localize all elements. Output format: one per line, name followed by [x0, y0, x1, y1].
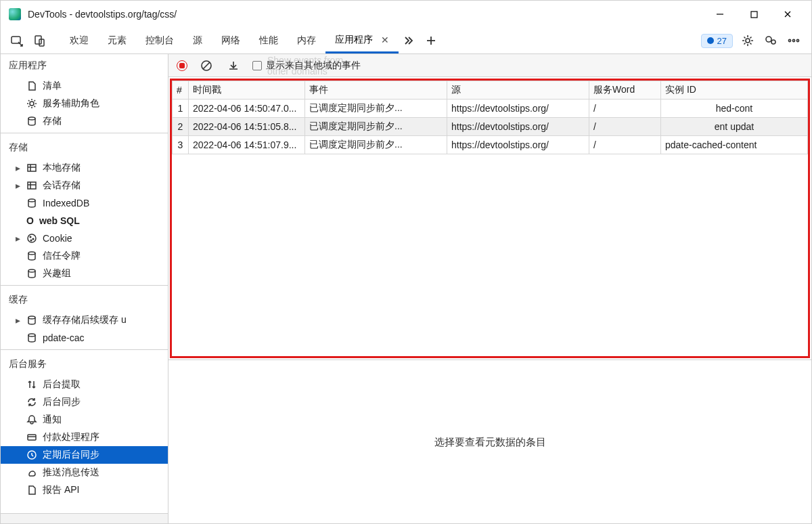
svg-point-30 [28, 316, 35, 319]
detail-placeholder: 选择要查看元数据的条目 [168, 359, 811, 524]
tab-application[interactable]: 应用程序 ✕ [325, 28, 399, 53]
caret-icon: ▸ [14, 180, 21, 191]
tab-network[interactable]: 网络 [212, 28, 250, 53]
svg-point-23 [28, 199, 35, 202]
sidebar-item-payment-handler[interactable]: 付款处理程序 [1, 429, 168, 446]
device-toggle-icon[interactable] [30, 31, 49, 50]
table-row[interactable]: 2 2022-04-06 14:51:05.8... 已调度定期同步前夕... … [173, 118, 808, 136]
sidebar-item-websql[interactable]: O web SQL [1, 212, 168, 230]
caret-icon: ▸ [14, 315, 21, 326]
tab-memory[interactable]: 内存 [288, 28, 325, 53]
sidebar-item-local-storage[interactable]: ▸ 本地存储 [1, 159, 168, 177]
svg-point-10 [766, 37, 771, 42]
sidebar-item-manifest[interactable]: 清单 [1, 77, 168, 95]
sidebar-item-interest-groups[interactable]: 兴趣组 [1, 265, 168, 282]
svg-rect-20 [28, 182, 36, 189]
sidebar-item-reporting-api[interactable]: 报告 API [1, 481, 168, 499]
settings-icon[interactable] [740, 32, 756, 49]
svg-point-28 [28, 252, 35, 255]
caret-icon: ▸ [14, 233, 21, 244]
maximize-button[interactable] [738, 3, 769, 26]
add-tab-icon[interactable] [422, 31, 441, 50]
svg-line-36 [203, 62, 210, 69]
sidebar-item-indexeddb[interactable]: IndexedDB [1, 194, 168, 212]
tab-label: 欢迎 [70, 35, 89, 47]
svg-point-16 [28, 117, 35, 120]
col-service-worker[interactable]: 服务Word [589, 81, 661, 100]
tab-label: 性能 [259, 35, 278, 47]
events-table: # 时间戳 事件 源 服务Word 实例 ID 1 2022-04-06 14:… [170, 79, 810, 358]
main-area: 应用程序 清单 服务辅助角色 存储 存储 ▸ 本地存储 ▸ 会话存储 Index… [1, 53, 811, 524]
svg-point-31 [28, 334, 35, 336]
minimize-button[interactable] [704, 3, 736, 26]
sidebar-item-label: 定期后台同步 [43, 449, 99, 461]
other-domains-checkbox[interactable]: 显示来自其他域的事件 Show events from other domain… [252, 60, 361, 72]
svg-point-29 [28, 269, 35, 272]
sidebar-item-storage-overview[interactable]: 存储 [1, 112, 168, 130]
col-source[interactable]: 源 [447, 81, 589, 100]
tab-welcome[interactable]: 欢迎 [60, 28, 98, 53]
tab-label: 内存 [297, 35, 316, 47]
sidebar-item-label: 后台同步 [43, 396, 81, 408]
sidebar-item-cookies[interactable]: ▸ Cookie [1, 230, 168, 247]
close-window-button[interactable] [772, 3, 803, 26]
sidebar-item-label: web SQL [39, 215, 80, 226]
sidebar-item-trust-tokens[interactable]: 信任令牌 [1, 247, 168, 265]
col-index[interactable]: # [173, 81, 189, 100]
section-bg-services: 后台服务 [1, 353, 168, 376]
sidebar-item-label: 推送消息传送 [43, 466, 99, 479]
checkbox-icon [252, 61, 262, 70]
svg-point-11 [771, 40, 775, 44]
clear-icon[interactable] [198, 58, 215, 74]
sidebar-scrollbar[interactable] [1, 513, 168, 524]
col-timestamp[interactable]: 时间戳 [189, 81, 305, 100]
tabstrip: 欢迎 元素 控制台 源 网络 性能 内存 应用程序 ✕ 27 [1, 28, 811, 53]
download-icon[interactable] [225, 58, 242, 74]
section-application: 应用程序 [1, 54, 168, 77]
sidebar-item-label: 缓存存储后续缓存 u [43, 314, 127, 326]
sidebar-item-label: 报告 API [43, 484, 79, 496]
svg-rect-17 [28, 165, 36, 171]
sidebar-item-label: 清单 [43, 80, 62, 92]
sidebar-item-bg-fetch[interactable]: 后台提取 [1, 376, 168, 393]
feedback-icon[interactable] [763, 32, 779, 49]
caret-icon: ▸ [14, 162, 21, 173]
sidebar-item-periodic-bg-sync[interactable]: 定期后台同步 [1, 446, 168, 464]
sidebar-item-label: 存储 [43, 115, 62, 127]
sidebar-item-push-messaging[interactable]: 推送消息传送 [1, 464, 168, 481]
sidebar-item-label: 信任令牌 [43, 250, 81, 262]
col-event[interactable]: 事件 [305, 81, 447, 100]
content-pane: 显示来自其他域的事件 Show events from other domain… [168, 54, 811, 524]
sidebar-item-session-storage[interactable]: ▸ 会话存储 [1, 177, 168, 194]
sidebar-item-cache-entry[interactable]: pdate-cac [1, 329, 168, 347]
sidebar-item-bg-sync[interactable]: 后台同步 [1, 393, 168, 411]
svg-point-13 [792, 39, 794, 41]
col-instance-id[interactable]: 实例 ID [661, 81, 808, 100]
more-tabs-icon[interactable] [399, 31, 418, 50]
tab-elements[interactable]: 元素 [98, 28, 136, 53]
svg-point-12 [788, 39, 790, 41]
svg-point-27 [30, 240, 32, 241]
tab-label: 控制台 [145, 35, 174, 47]
sidebar-item-label: pdate-cac [43, 332, 84, 343]
tab-console[interactable]: 控制台 [136, 28, 183, 53]
table-row[interactable]: 3 2022-04-06 14:51:07.9... 已调度定期同步前夕... … [173, 136, 808, 154]
sidebar-item-label: 本地存储 [43, 162, 81, 174]
sidebar-item-service-workers[interactable]: 服务辅助角色 [1, 95, 168, 112]
sidebar-item-notifications[interactable]: 通知 [1, 411, 168, 429]
svg-point-9 [746, 39, 750, 43]
record-button[interactable] [177, 60, 187, 71]
strike-text: Show events from other domains [267, 55, 361, 77]
tab-performance[interactable]: 性能 [250, 28, 288, 53]
table-row[interactable]: 1 2022-04-06 14:50:47.0... 已调度定期同步前夕... … [173, 100, 808, 118]
close-icon[interactable]: ✕ [381, 35, 389, 45]
sidebar-item-label: Cookie [43, 233, 72, 244]
sidebar-item-cache-storage[interactable]: ▸ 缓存存储后续缓存 u [1, 311, 168, 329]
section-storage: 存储 [1, 136, 168, 159]
issues-pill[interactable]: 27 [701, 34, 733, 48]
tab-sources[interactable]: 源 [183, 28, 212, 53]
more-menu-icon[interactable] [786, 32, 802, 49]
tab-label: 源 [193, 35, 202, 47]
inspect-icon[interactable] [7, 31, 26, 50]
title-bar: DevTools - devtoolstips.org/tag/css/ [1, 1, 811, 28]
